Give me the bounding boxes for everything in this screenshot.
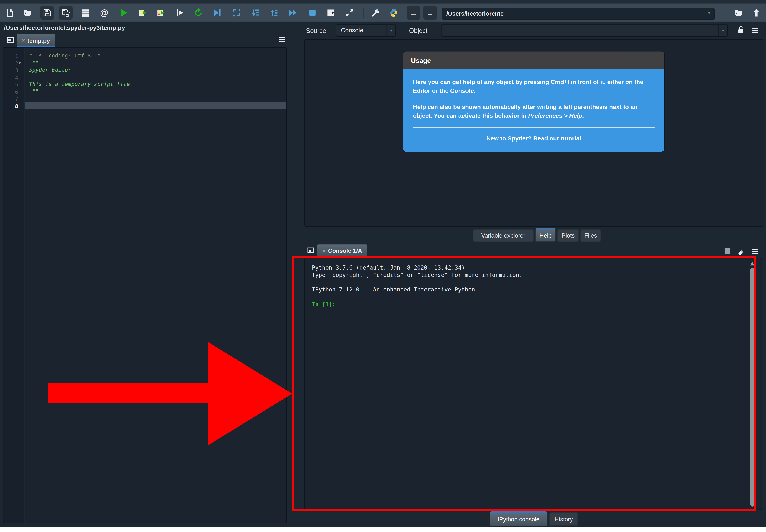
toolbar-separator [363, 8, 364, 18]
tab-help[interactable]: Help [535, 228, 556, 242]
parent-directory-icon[interactable] [750, 7, 762, 19]
screenshot-bottom-edge [0, 527, 766, 532]
forward-icon[interactable]: → [423, 6, 437, 20]
red-annotation-arrow [0, 0, 304, 466]
help-source-label: Source [306, 27, 326, 34]
tab-files[interactable]: Files [580, 229, 601, 242]
help-options-menu-icon[interactable] [751, 26, 759, 36]
tab-plots[interactable]: Plots [557, 229, 579, 242]
help-object-label: Object [409, 27, 428, 34]
preferences-wrench-icon[interactable] [369, 7, 381, 19]
usage-paragraph-2: Help can also be shown automatically aft… [413, 102, 654, 120]
usage-box-body: Here you can get help of any object by p… [403, 69, 664, 152]
exit-debug-icon[interactable] [325, 7, 337, 19]
tab-variable-explorer[interactable]: Variable explorer [473, 229, 534, 242]
usage-shortcut: Cmd+I [551, 79, 569, 85]
help-object-combo[interactable]: ▾ [441, 24, 728, 37]
help-source-value: Console [341, 27, 363, 34]
working-directory-value: /Users/hectorlorente [446, 10, 504, 17]
working-directory-input[interactable]: /Users/hectorlorente [442, 8, 715, 20]
spyder-window: @ ← → /Users/hectorlorente ▾ /Users/hect… [0, 0, 766, 532]
python-logo-icon[interactable] [388, 7, 400, 19]
working-directory-dropdown-caret[interactable]: ▾ [708, 10, 710, 15]
help-source-combo[interactable]: Console ▾ [336, 24, 396, 37]
chevron-down-icon[interactable]: ▾ [719, 25, 727, 36]
tab-ipython-console[interactable]: IPython console [490, 511, 548, 526]
browse-working-directory-icon[interactable] [733, 7, 744, 19]
usage-divider [413, 127, 654, 128]
usage-box: Usage Here you can get help of any objec… [403, 51, 665, 153]
lock-icon[interactable] [736, 25, 745, 36]
stop-debug-icon[interactable] [306, 7, 318, 19]
usage-footer: New to Spyder? Read our tutorial [413, 134, 654, 143]
red-annotation-rectangle [291, 256, 756, 511]
tab-history[interactable]: History [550, 512, 578, 526]
back-icon[interactable]: ← [407, 6, 420, 20]
usage-preferences-path: Preferences > Help [528, 112, 582, 119]
maximize-pane-icon[interactable] [344, 7, 355, 19]
usage-box-title: Usage [403, 51, 664, 69]
console-tab-label: Console 1/A [328, 247, 362, 254]
chevron-down-icon[interactable]: ▾ [387, 25, 395, 36]
close-tab-icon[interactable]: × [322, 248, 325, 254]
usage-paragraph-1: Here you can get help of any object by p… [413, 77, 654, 95]
tutorial-link[interactable]: tutorial [561, 135, 581, 142]
console-browse-tabs-icon[interactable] [306, 246, 315, 257]
console-tab[interactable]: × Console 1/A [317, 244, 367, 257]
